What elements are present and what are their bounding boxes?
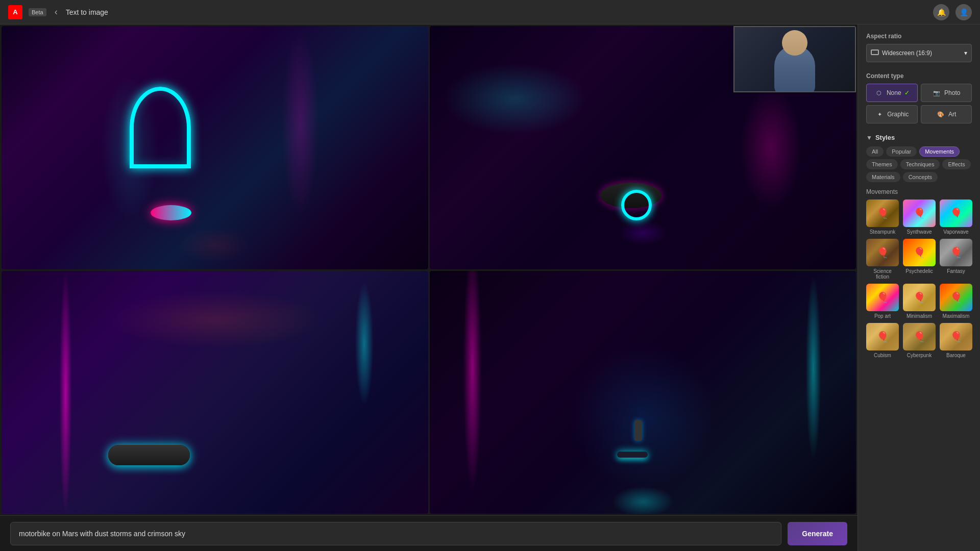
steampunk-thumb: 🎈 xyxy=(866,199,899,227)
style-tab-movements[interactable]: Movements xyxy=(919,146,960,157)
style-tab-materials[interactable]: Materials xyxy=(866,172,900,182)
scifi-label: Science fiction xyxy=(866,268,899,280)
movement-popart[interactable]: 🎈 Pop art xyxy=(866,284,899,319)
style-tab-effects[interactable]: Effects xyxy=(942,159,970,169)
aspect-ratio-icon: Widescreen (16:9) xyxy=(871,49,932,57)
movement-fantasy[interactable]: 🎈 Fantasy xyxy=(940,239,972,280)
person-shape xyxy=(634,420,642,441)
movement-synthwave[interactable]: 🎈 Synthwave xyxy=(903,199,936,235)
synthwave-thumb: 🎈 xyxy=(903,199,936,227)
beta-badge: Beta xyxy=(29,8,46,16)
baroque-label: Baroque xyxy=(946,353,966,358)
style-tab-techniques[interactable]: Techniques xyxy=(900,159,940,169)
person-head xyxy=(782,30,807,56)
minimalism-thumb: 🎈 xyxy=(903,284,936,311)
image-area: Generate xyxy=(0,24,857,551)
cyberpunk-thumb: 🎈 xyxy=(903,323,936,350)
style-tab-all[interactable]: All xyxy=(866,146,884,157)
generate-button[interactable]: Generate xyxy=(788,522,847,545)
graphic-icon: ✦ xyxy=(875,110,884,119)
profile-button[interactable]: 👤 xyxy=(955,4,972,20)
content-type-photo[interactable]: 📷 Photo xyxy=(921,84,972,102)
movement-cyberpunk[interactable]: 🎈 Cyberpunk xyxy=(903,323,936,358)
none-icon: ⬡ xyxy=(874,88,884,97)
webcam-feed xyxy=(734,27,855,91)
art-icon: 🎨 xyxy=(936,110,945,119)
topbar-right: 🔔 👤 xyxy=(933,4,972,20)
steampunk-label: Steampunk xyxy=(870,229,896,235)
popart-thumb-inner: 🎈 xyxy=(866,284,899,311)
vaporwave-label: Vaporwave xyxy=(943,229,968,235)
neon-shape-1 xyxy=(130,87,191,168)
fantasy-thumb: 🎈 xyxy=(940,239,972,266)
movement-baroque[interactable]: 🎈 Baroque xyxy=(940,323,972,358)
photo-icon: 📷 xyxy=(932,88,941,97)
popart-thumb: 🎈 xyxy=(866,284,899,311)
popart-label: Pop art xyxy=(874,313,891,319)
aspect-ratio-label: Aspect ratio xyxy=(866,33,972,40)
movement-scifi[interactable]: 🎈 Science fiction xyxy=(866,239,899,280)
content-type-section: Content type ⬡ None ✓ 📷 Photo ✦ Graphic … xyxy=(866,72,972,123)
webcam-overlay xyxy=(733,26,856,92)
generated-image-4[interactable] xyxy=(430,271,856,514)
style-tab-themes[interactable]: Themes xyxy=(866,159,898,169)
style-tabs: All Popular Movements Themes Techniques … xyxy=(866,146,972,182)
generated-image-1[interactable] xyxy=(2,26,428,269)
styles-header: ▼ Styles xyxy=(866,134,972,141)
app-title: Text to image xyxy=(66,8,108,16)
notifications-button[interactable]: 🔔 xyxy=(933,4,949,20)
synthwave-thumb-inner: 🎈 xyxy=(903,199,936,227)
content-none-label: None xyxy=(887,89,901,96)
back-button[interactable]: ‹ xyxy=(53,5,60,19)
maximalism-label: Maximalism xyxy=(943,313,970,319)
aspect-ratio-section: Aspect ratio Widescreen (16:9) ▾ xyxy=(866,33,972,62)
neon-shape-2 xyxy=(151,205,191,220)
psychedelic-thumb-inner: 🎈 xyxy=(903,239,936,266)
psychedelic-label: Psychedelic xyxy=(905,268,933,274)
prompt-bar: Generate xyxy=(0,515,857,551)
generated-image-2[interactable] xyxy=(430,26,856,269)
minimalism-label: Minimalism xyxy=(906,313,932,319)
movement-psychedelic[interactable]: 🎈 Psychedelic xyxy=(903,239,936,280)
maximalism-thumb-inner: 🎈 xyxy=(940,284,972,311)
content-art-label: Art xyxy=(948,111,956,118)
content-type-label: Content type xyxy=(866,72,972,80)
content-type-graphic[interactable]: ✦ Graphic xyxy=(866,105,918,123)
movement-vaporwave[interactable]: 🎈 Vaporwave xyxy=(940,199,972,235)
movement-maximalism[interactable]: 🎈 Maximalism xyxy=(940,284,972,319)
scifi-thumb-inner: 🎈 xyxy=(866,239,899,266)
prompt-input[interactable] xyxy=(10,522,781,545)
cubism-thumb: 🎈 xyxy=(866,323,899,350)
movement-minimalism[interactable]: 🎈 Minimalism xyxy=(903,284,936,319)
synthwave-label: Synthwave xyxy=(907,229,932,235)
content-type-art[interactable]: 🎨 Art xyxy=(921,105,972,123)
minimalism-thumb-inner: 🎈 xyxy=(903,284,936,311)
aspect-ratio-select[interactable]: Widescreen (16:9) ▾ xyxy=(866,44,972,62)
fantasy-label: Fantasy xyxy=(947,268,965,274)
image-grid xyxy=(0,24,857,515)
baroque-thumb: 🎈 xyxy=(940,323,972,350)
vaporwave-thumb: 🎈 xyxy=(940,199,972,227)
content-type-none[interactable]: ⬡ None ✓ xyxy=(866,84,918,102)
chevron-down-icon: ▾ xyxy=(964,49,967,57)
style-tab-concepts[interactable]: Concepts xyxy=(903,172,938,182)
content-type-grid: ⬡ None ✓ 📷 Photo ✦ Graphic 🎨 Art xyxy=(866,84,972,123)
board-shape xyxy=(617,452,648,458)
baroque-thumb-inner: 🎈 xyxy=(940,323,972,350)
cubism-label: Cubism xyxy=(874,353,891,358)
hoverboard-shape xyxy=(108,445,190,465)
movements-label: Movements xyxy=(866,188,972,195)
generated-image-3[interactable] xyxy=(2,271,428,514)
main-content: Generate Aspect ratio Widescreen (16:9) … xyxy=(0,24,980,551)
person-silhouette xyxy=(774,45,815,91)
movement-steampunk[interactable]: 🎈 Steampunk xyxy=(866,199,899,235)
style-tab-popular[interactable]: Popular xyxy=(886,146,917,157)
maximalism-thumb: 🎈 xyxy=(940,284,972,311)
topbar: A Beta ‹ Text to image 🔔 👤 xyxy=(0,0,980,24)
cyberpunk-label: Cyberpunk xyxy=(907,353,932,358)
scifi-thumb: 🎈 xyxy=(866,239,899,266)
fantasy-thumb-inner: 🎈 xyxy=(940,239,972,266)
cubism-thumb-inner: 🎈 xyxy=(866,323,899,350)
cyberpunk-thumb-inner: 🎈 xyxy=(903,323,936,350)
movement-cubism[interactable]: 🎈 Cubism xyxy=(866,323,899,358)
